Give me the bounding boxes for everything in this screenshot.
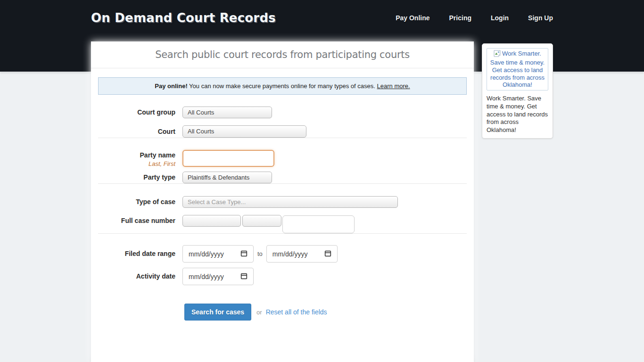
court-group-row: Court group All Courts xyxy=(91,107,474,118)
court-label: Court xyxy=(98,125,182,138)
date-placeholder: mm/dd/yyyy xyxy=(189,250,224,258)
date-placeholder: mm/dd/yyyy xyxy=(189,273,224,280)
actions-row: Search for cases or Reset all of the fie… xyxy=(91,304,474,321)
pay-online-banner: Pay online! You can now make secure paym… xyxy=(98,77,467,95)
case-number-type-select[interactable] xyxy=(182,215,241,227)
court-group-label: Court group xyxy=(98,107,182,118)
broken-image-icon xyxy=(494,50,502,59)
court-row: Court All Courts xyxy=(91,125,474,138)
calendar-icon[interactable] xyxy=(324,250,331,258)
page-layout: Search public court records from partici… xyxy=(91,0,553,362)
case-number-row: Full case number xyxy=(91,215,474,233)
case-number-seq-input[interactable] xyxy=(282,215,355,233)
calendar-icon[interactable] xyxy=(240,272,248,281)
reset-fields-link[interactable]: Reset all of the fields xyxy=(266,308,327,316)
date-range-separator: to xyxy=(257,245,263,263)
section-divider xyxy=(98,233,467,234)
case-number-year-select[interactable] xyxy=(242,215,281,227)
filed-date-start-input[interactable]: mm/dd/yyyy xyxy=(182,245,254,263)
search-panel: Search public court records from partici… xyxy=(91,41,474,362)
case-type-select[interactable]: Select a Case Type... xyxy=(182,196,398,208)
panel-header: Search public court records from partici… xyxy=(91,41,474,68)
learn-more-link[interactable]: Learn more. xyxy=(377,82,410,90)
ad-broken-image-link[interactable]: Work Smarter. Save time & money. Get acc… xyxy=(487,48,548,90)
court-select[interactable]: All Courts xyxy=(182,125,306,138)
party-name-row: Party name Last, First xyxy=(91,150,474,168)
date-placeholder: mm/dd/yyyy xyxy=(272,250,308,258)
court-group-select[interactable]: All Courts xyxy=(182,107,272,118)
activity-date-row: Activity date mm/dd/yyyy xyxy=(91,268,474,285)
party-type-row: Party type Plaintiffs & Defendants xyxy=(91,172,474,183)
case-type-row: Type of case Select a Case Type... xyxy=(91,196,474,208)
calendar-icon[interactable] xyxy=(240,250,248,258)
filed-date-row: Filed date range mm/dd/yyyy to mm/dd/yyy… xyxy=(91,245,474,263)
section-divider xyxy=(98,183,467,184)
sidebar-ad-card: Work Smarter. Save time & money. Get acc… xyxy=(482,43,553,139)
activity-date-input[interactable]: mm/dd/yyyy xyxy=(182,268,254,285)
banner-text: You can now make secure payments online … xyxy=(189,82,375,90)
search-for-cases-button[interactable]: Search for cases xyxy=(184,304,251,321)
panel-body: Pay online! You can now make secure paym… xyxy=(91,77,474,321)
party-type-label: Party type xyxy=(98,172,182,183)
filed-date-end-input[interactable]: mm/dd/yyyy xyxy=(266,245,338,263)
page-title: Search public court records from partici… xyxy=(155,49,410,60)
party-type-select[interactable]: Plaintiffs & Defendants xyxy=(182,172,272,183)
or-text: or xyxy=(256,309,262,316)
party-name-hint: Last, First xyxy=(98,160,175,168)
case-type-label: Type of case xyxy=(98,196,182,208)
section-divider xyxy=(98,138,467,138)
banner-bold-text: Pay online! xyxy=(155,82,187,90)
ad-caption: Work Smarter. Save time & money. Get acc… xyxy=(487,95,548,134)
filed-date-label: Filed date range xyxy=(98,245,182,263)
party-name-input[interactable] xyxy=(182,150,274,167)
case-number-label: Full case number xyxy=(98,215,182,227)
party-name-label: Party name Last, First xyxy=(98,150,182,168)
activity-date-label: Activity date xyxy=(98,268,182,285)
